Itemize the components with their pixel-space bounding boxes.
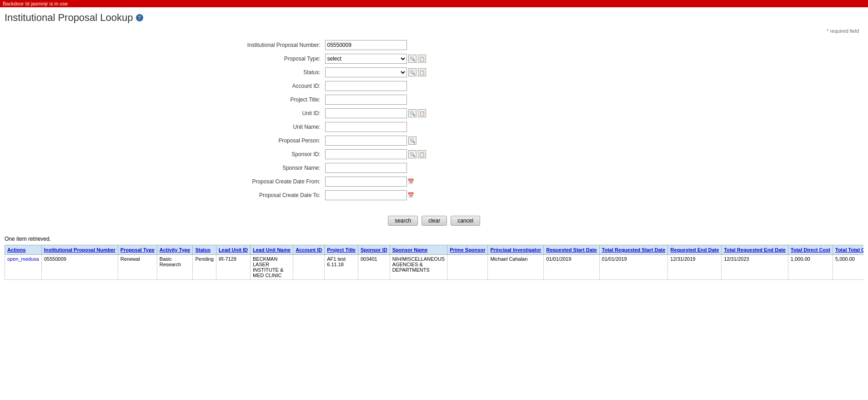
col-header-lead-unit-id[interactable]: Lead Unit ID — [216, 245, 250, 255]
unit-id-label: Unit ID: — [225, 110, 325, 116]
project-title-input[interactable] — [325, 95, 407, 105]
col-header-proposal-type[interactable]: Proposal Type — [118, 245, 157, 255]
proposal-create-date-to-input[interactable] — [325, 190, 407, 200]
col-header-status[interactable]: Status — [193, 245, 216, 255]
col-header-actions[interactable]: Actions — [5, 245, 42, 255]
proposal-type-label: Proposal Type: — [225, 56, 325, 62]
status-search-icon[interactable]: 🔍 — [408, 68, 416, 76]
sponsor-id-search-icon[interactable]: 🔍 — [408, 150, 416, 158]
institutional-proposal-number-input[interactable] — [325, 40, 407, 50]
account-id-input[interactable] — [325, 81, 407, 91]
status-info-icon[interactable]: 📋 — [418, 68, 426, 76]
col-header-principal-investigator[interactable]: Principal Investigator — [488, 245, 544, 255]
col-header-prime-sponsor[interactable]: Prime Sponsor — [447, 245, 488, 255]
col-header-total-direct-cost[interactable]: Total Direct Cost — [788, 245, 833, 255]
col-header-account-id[interactable]: Account ID — [293, 245, 325, 255]
col-header-total-total-cost[interactable]: Total Total Cost — [833, 245, 864, 255]
proposal-type-info-icon[interactable]: 📋 — [418, 55, 426, 63]
sponsor-id-info-icon[interactable]: 📋 — [418, 150, 426, 158]
results-table: Actions Institutional Proposal Number Pr… — [5, 245, 863, 280]
col-header-proposal-number[interactable]: Institutional Proposal Number — [41, 245, 118, 255]
open-medusa-link[interactable]: open_medusa — [7, 256, 39, 262]
col-header-requested-start-date[interactable]: Requested Start Date — [544, 245, 599, 255]
unit-id-info-icon[interactable]: 📋 — [418, 109, 426, 117]
results-count: One item retrieved. — [5, 236, 863, 242]
page-title: Institutional Proposal Lookup — [5, 12, 133, 24]
col-header-sponsor-name[interactable]: Sponsor Name — [390, 245, 447, 255]
unit-name-label: Unit Name: — [225, 124, 325, 130]
unit-id-search-icon[interactable]: 🔍 — [408, 109, 416, 117]
proposal-person-search-icon[interactable]: 🔍 — [408, 137, 416, 145]
sponsor-id-input[interactable] — [325, 149, 407, 159]
proposal-create-date-from-label: Proposal Create Date From: — [225, 178, 325, 185]
proposal-person-label: Proposal Person: — [225, 137, 325, 144]
proposal-type-search-icon[interactable]: 🔍 — [408, 55, 416, 63]
sponsor-name-label: Sponsor Name: — [225, 165, 325, 171]
status-label: Status: — [225, 69, 325, 76]
proposal-create-date-to-calendar-icon[interactable]: 📅 — [407, 191, 415, 199]
status-select[interactable] — [325, 67, 407, 77]
col-header-lead-unit-name[interactable]: Lead Unit Name — [251, 245, 293, 255]
col-header-total-requested-end-date[interactable]: Total Requested End Date — [722, 245, 788, 255]
sponsor-name-input[interactable] — [325, 163, 407, 173]
required-note: * required field — [827, 28, 859, 34]
table-row: open_medusa05550009RenewalBasic Research… — [5, 255, 864, 280]
backdoor-bar: Backdoor Id jasminjr is in use — [0, 0, 868, 7]
clear-button[interactable]: clear — [421, 216, 447, 226]
col-header-activity-type[interactable]: Activity Type — [157, 245, 193, 255]
cancel-button[interactable]: cancel — [451, 216, 480, 226]
col-header-sponsor-id[interactable]: Sponsor ID — [358, 245, 390, 255]
col-header-project-title[interactable]: Project Title — [325, 245, 358, 255]
proposal-type-select[interactable]: select New Renewal Continuation Revision — [325, 54, 407, 64]
sponsor-id-label: Sponsor ID: — [225, 151, 325, 157]
col-header-total-requested-start-date[interactable]: Total Requested Start Date — [599, 245, 668, 255]
account-id-label: Account ID: — [225, 83, 325, 89]
col-header-requested-end-date[interactable]: Requested End Date — [668, 245, 722, 255]
unit-name-input[interactable] — [325, 122, 407, 132]
institutional-proposal-number-label: Institutional Proposal Number: — [225, 42, 325, 48]
proposal-create-date-from-calendar-icon[interactable]: 📅 — [407, 177, 415, 186]
unit-id-input[interactable] — [325, 108, 407, 118]
search-button[interactable]: search — [388, 216, 418, 226]
project-title-label: Project Title: — [225, 96, 325, 103]
proposal-create-date-to-label: Proposal Create Date To: — [225, 192, 325, 198]
proposal-person-input[interactable] — [325, 136, 407, 146]
help-icon[interactable]: ? — [136, 14, 143, 21]
proposal-create-date-from-input[interactable] — [325, 177, 407, 187]
